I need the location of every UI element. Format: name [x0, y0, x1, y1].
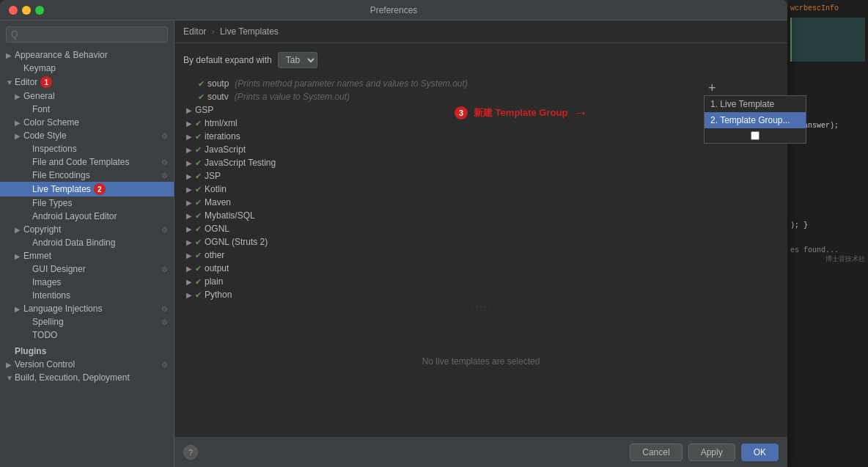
template-group-javascript[interactable]: ✔ JavaScript	[183, 143, 779, 156]
group-name: Python	[205, 290, 232, 300]
arrow-icon	[186, 265, 195, 273]
template-group-gsp[interactable]: GSP	[183, 103, 779, 117]
template-group-maven[interactable]: ✔ Maven	[183, 196, 779, 209]
check-icon: ✔	[195, 277, 202, 287]
arrow-icon	[186, 159, 195, 167]
sidebar-item-label: Plugins	[15, 346, 46, 356]
group-name: plain	[205, 276, 223, 287]
expand-select[interactable]: Tab	[278, 52, 317, 68]
ok-button[interactable]: OK	[741, 444, 779, 461]
sidebar-item-label: TODO	[32, 330, 57, 340]
group-name: JSP	[205, 171, 221, 181]
sidebar-item-file-types[interactable]: File Types	[0, 196, 174, 210]
template-item-soutv[interactable]: ✔ soutv (Prints a value to System.out)	[183, 90, 779, 103]
sidebar-item-editor[interactable]: Editor 1	[0, 75, 174, 89]
apply-button[interactable]: Apply	[688, 444, 735, 461]
group-name: JavaScript	[205, 144, 246, 155]
sidebar-item-images[interactable]: Images	[0, 276, 174, 289]
settings-icon: ⚙	[161, 132, 168, 140]
sidebar-item-label: File Encodings	[32, 170, 90, 180]
search-bar[interactable]	[0, 23, 174, 45]
template-group-other[interactable]: ✔ other	[183, 249, 779, 262]
sidebar-item-label: Font	[32, 104, 50, 114]
no-selection-message: No live templates are selected	[183, 342, 779, 381]
settings-icon: ⚙	[161, 265, 168, 273]
template-group-plain[interactable]: ✔ plain	[183, 275, 779, 288]
breadcrumb: Editor › Live Templates	[174, 21, 787, 43]
template-group-html-xml[interactable]: ✔ html/xml	[183, 117, 779, 130]
sidebar-item-label: Color Scheme	[23, 117, 79, 128]
arrow-icon	[186, 172, 195, 180]
sidebar-item-emmet[interactable]: Emmet	[0, 249, 174, 262]
help-button[interactable]: ?	[183, 445, 198, 460]
settings-icon: ⚙	[161, 318, 168, 326]
arrow-icon	[15, 132, 23, 140]
maximize-button[interactable]	[35, 6, 44, 15]
sidebar-item-live-templates[interactable]: Live Templates 2	[0, 182, 174, 196]
check-icon: ✔	[195, 172, 202, 181]
settings-icon: ⚙	[161, 226, 168, 234]
template-group-iterations[interactable]: ✔ iterations	[183, 130, 779, 143]
sidebar-item-todo[interactable]: TODO	[0, 328, 174, 342]
close-button[interactable]	[9, 6, 18, 15]
settings-icon: ⚙	[161, 305, 168, 313]
sidebar-item-intentions[interactable]: Intentions	[0, 289, 174, 302]
content-area: By default expand with Tab ✔ soutp (Prin…	[174, 43, 787, 437]
group-name: GSP	[195, 105, 213, 115]
template-group-ognl[interactable]: ✔ OGNL	[183, 222, 779, 235]
arrow-icon	[186, 133, 195, 141]
search-input[interactable]	[6, 26, 168, 43]
sidebar-item-label: GUI Designer	[32, 264, 86, 274]
sidebar-item-file-code-templates[interactable]: File and Code Templates ⚙	[0, 155, 174, 169]
sidebar-item-appearance[interactable]: Appearance & Behavior	[0, 48, 174, 62]
check-icon: ✔	[195, 238, 202, 247]
group-name: html/xml	[205, 118, 238, 128]
popup-item-template-group[interactable]: 2. Template Group...	[705, 112, 806, 128]
sidebar-item-code-style[interactable]: Code Style ⚙	[0, 129, 174, 142]
template-item-soutp[interactable]: ✔ soutp (Prints method parameter names a…	[183, 77, 779, 90]
window-title: Preferences	[370, 5, 418, 15]
sidebar-item-language-injections[interactable]: Language Injections ⚙	[0, 302, 174, 315]
breadcrumb-current: Live Templates	[220, 26, 279, 37]
arrow-icon	[15, 305, 23, 313]
sidebar-item-file-encodings[interactable]: File Encodings ⚙	[0, 169, 174, 182]
minimize-button[interactable]	[22, 6, 31, 15]
template-group-kotlin[interactable]: ✔ Kotlin	[183, 183, 779, 196]
sidebar-item-android-layout-editor[interactable]: Android Layout Editor	[0, 210, 174, 223]
template-group-ognl-struts[interactable]: ✔ OGNL (Struts 2)	[183, 235, 779, 249]
popup-menu: 1. Live Template 2. Template Group...	[704, 95, 806, 144]
template-group-jsp[interactable]: ✔ JSP	[183, 169, 779, 183]
sidebar-item-plugins[interactable]: Plugins	[0, 345, 174, 358]
arrow-icon	[186, 146, 195, 154]
arrow-icon	[186, 238, 195, 246]
check-icon: ✔	[195, 198, 202, 207]
sidebar-item-general[interactable]: General	[0, 89, 174, 103]
check-icon: ✔	[195, 132, 202, 141]
arrow-icon	[186, 251, 195, 260]
template-group-checkbox[interactable]	[751, 131, 760, 140]
sidebar-item-spelling[interactable]: Spelling ⚙	[0, 315, 174, 328]
sidebar-item-android-data-binding[interactable]: Android Data Binding	[0, 236, 174, 249]
expand-label: By default expand with	[183, 55, 272, 65]
cancel-button[interactable]: Cancel	[630, 444, 682, 461]
template-group-mybatis[interactable]: ✔ Mybatis/SQL	[183, 209, 779, 222]
check-icon: ✔	[195, 264, 202, 273]
sidebar-item-keymap[interactable]: Keymap	[0, 62, 174, 75]
sidebar-item-inspections[interactable]: Inspections	[0, 142, 174, 155]
group-name: output	[205, 263, 229, 273]
sidebar-item-build-execution[interactable]: Build, Execution, Deployment	[0, 371, 174, 384]
template-group-output[interactable]: ✔ output	[183, 262, 779, 275]
template-group-python[interactable]: ✔ Python	[183, 288, 779, 301]
sidebar-item-label: Emmet	[23, 251, 51, 261]
arrow-icon	[6, 78, 15, 87]
popup-item-live-template[interactable]: 1. Live Template	[705, 96, 806, 112]
title-bar: Preferences	[0, 0, 787, 21]
sidebar-item-version-control[interactable]: Version Control ⚙	[0, 358, 174, 371]
sidebar: Appearance & Behavior Keymap Editor 1 Ge…	[0, 21, 174, 467]
template-group-javascript-testing[interactable]: ✔ JavaScript Testing	[183, 156, 779, 169]
sidebar-item-copyright[interactable]: Copyright ⚙	[0, 223, 174, 236]
sidebar-item-color-scheme[interactable]: Color Scheme	[0, 116, 174, 129]
sidebar-item-font[interactable]: Font	[0, 103, 174, 116]
sidebar-item-gui-designer[interactable]: GUI Designer ⚙	[0, 262, 174, 276]
arrow-icon	[15, 119, 23, 127]
